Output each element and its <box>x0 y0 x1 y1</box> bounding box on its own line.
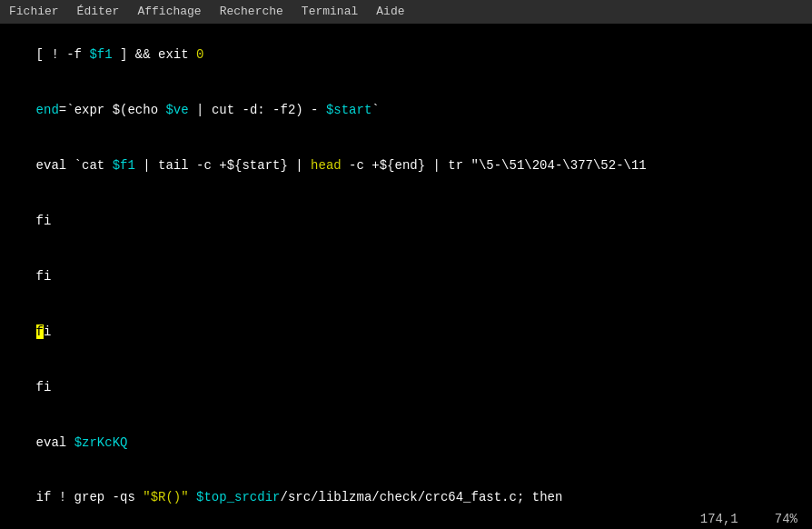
cursor-position: 174,1 <box>700 510 738 528</box>
statusbar: 174,1 74% <box>0 509 812 529</box>
menu-recherche[interactable]: Recherche <box>216 2 287 23</box>
menubar: Fichier Éditer Affichage Recherche Termi… <box>0 0 812 24</box>
code-line-7: fi <box>5 359 807 414</box>
code-line-6: fi <box>5 304 807 359</box>
menu-editer[interactable]: Éditer <box>74 2 124 23</box>
code-line-1: [ ! -f $f1 ] && exit 0 <box>5 27 807 83</box>
code-line-3: eval `cat $f1 | tail -c +${start} | head… <box>5 138 807 194</box>
terminal-body: [ ! -f $f1 ] && exit 0 end=`expr $(echo … <box>0 24 812 509</box>
code-line-4: fi <box>5 194 807 249</box>
code-line-5: fi <box>5 249 807 304</box>
menu-fichier[interactable]: Fichier <box>5 2 63 23</box>
menu-aide[interactable]: Aide <box>372 2 408 23</box>
menu-affichage[interactable]: Affichage <box>134 2 204 23</box>
code-line-8: eval $zrKcKQ <box>5 414 807 470</box>
code-line-9: if ! grep -qs "$R()" $top_srcdir/src/lib… <box>5 470 807 509</box>
code-line-2: end=`expr $(echo $ve | cut -d: -f2) - $s… <box>5 83 807 138</box>
scroll-percent: 74% <box>775 510 797 528</box>
menu-terminal[interactable]: Terminal <box>298 2 361 23</box>
